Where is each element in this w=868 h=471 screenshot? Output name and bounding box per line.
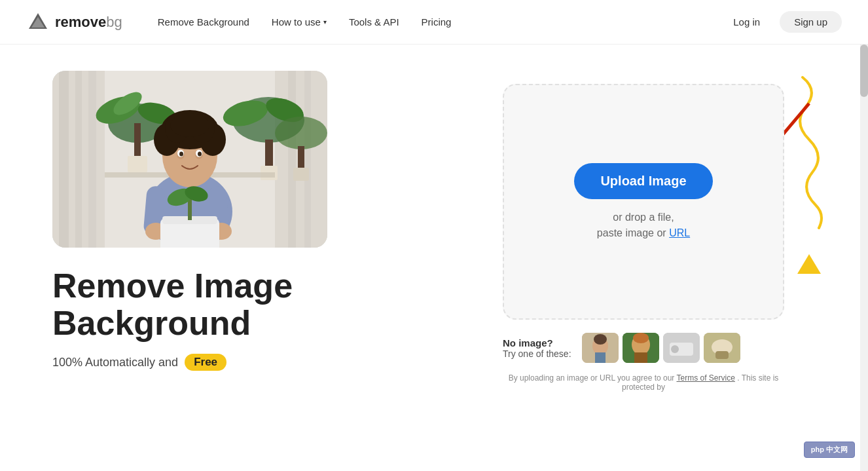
scrollbar-track[interactable] (860, 0, 868, 471)
svg-rect-60 (634, 352, 647, 363)
logo-icon (26, 10, 50, 34)
svg-marker-50 (797, 254, 821, 274)
sample-thumb-2[interactable] (623, 333, 659, 363)
svg-rect-5 (59, 71, 69, 248)
nav-links: Remove Background How to use ▾ Tools & A… (149, 11, 721, 33)
svg-rect-16 (128, 156, 147, 172)
svg-point-34 (170, 113, 209, 137)
navbar: removebg Remove Background How to use ▾ … (0, 0, 868, 45)
tos-link[interactable]: Terms of Service (677, 373, 735, 383)
login-button[interactable]: Log in (721, 11, 772, 33)
svg-rect-6 (75, 71, 82, 248)
svg-rect-66 (715, 351, 729, 359)
tos-text: By uploading an image or URL you agree t… (503, 373, 784, 392)
sample-thumb-1[interactable] (582, 333, 619, 363)
hero-image (52, 71, 327, 248)
svg-point-22 (275, 117, 327, 149)
svg-point-40 (198, 152, 202, 157)
svg-rect-56 (595, 352, 606, 363)
right-side: Upload Image or drop a file, paste image… (458, 71, 829, 392)
chevron-down-icon: ▾ (323, 18, 327, 26)
sample-thumb-3[interactable] (663, 333, 700, 363)
svg-point-63 (671, 345, 679, 353)
upload-image-button[interactable]: Upload Image (574, 163, 712, 199)
scrollbar-thumb[interactable] (860, 45, 868, 97)
nav-how-to-use[interactable]: How to use ▾ (262, 11, 336, 33)
url-link[interactable]: URL (669, 227, 690, 238)
main-content: Remove Image Background 100% Automatical… (0, 45, 868, 471)
sample-text: No image? Try one of these: (503, 337, 571, 359)
free-badge: Free (185, 354, 226, 371)
svg-point-39 (179, 152, 183, 157)
php-badge: php 中文网 (804, 442, 855, 458)
sample-thumbnails (582, 333, 740, 363)
nav-actions: Log in Sign up (721, 11, 842, 33)
svg-point-59 (633, 333, 649, 343)
logo-text: removebg (55, 14, 122, 31)
hero-subtitle: 100% Automatically and Free (52, 354, 458, 371)
sample-thumb-4[interactable] (704, 333, 740, 363)
nav-pricing[interactable]: Pricing (412, 11, 461, 33)
svg-rect-9 (288, 71, 296, 248)
sample-row: No image? Try one of these: (503, 333, 784, 363)
svg-point-55 (594, 334, 607, 345)
upload-box[interactable]: Upload Image or drop a file, paste image… (503, 84, 784, 320)
nav-remove-bg[interactable]: Remove Background (149, 11, 259, 33)
nav-tools-api[interactable]: Tools & API (340, 11, 408, 33)
svg-rect-24 (293, 168, 309, 181)
hero-image-svg (52, 71, 327, 248)
hero-title: Remove Image Background (52, 267, 458, 342)
svg-rect-7 (88, 71, 96, 248)
svg-rect-10 (304, 71, 311, 248)
left-side: Remove Image Background 100% Automatical… (52, 71, 458, 371)
drop-area-text: or drop a file, paste image or URL (597, 210, 690, 241)
signup-button[interactable]: Sign up (780, 11, 842, 33)
logo[interactable]: removebg (26, 10, 122, 34)
